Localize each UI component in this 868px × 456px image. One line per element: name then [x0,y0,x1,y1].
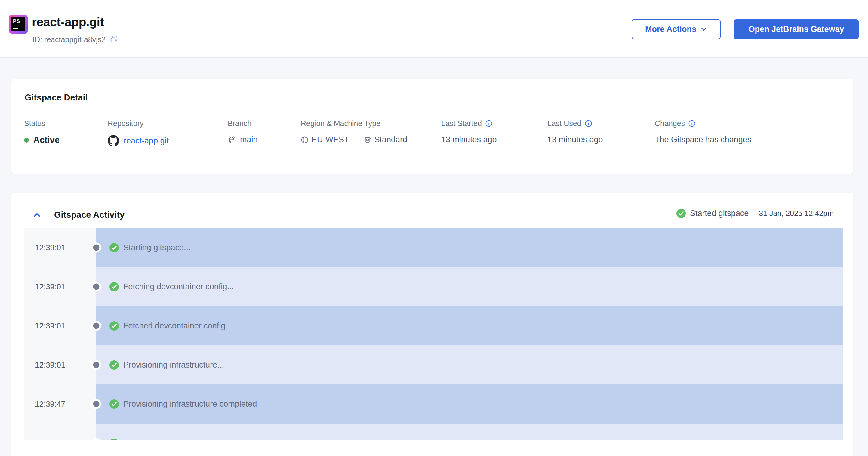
last-started-label: Last Started [441,119,482,128]
activity-log-scroll-area[interactable]: 12:39:01 Starting gitspace... 12:39:01 F… [24,228,843,440]
github-icon [108,135,119,147]
gitspace-id-text: ID: reactappgit-a8vjs2 [32,35,105,44]
chevron-up-icon [32,211,41,220]
changes-column: Changes The Gitspace has changes [655,119,751,144]
changes-label: Changes [655,119,685,128]
log-row: 12:39:01 Fetching devcontainer config... [24,267,843,306]
machine-type-value: Standard [374,135,407,144]
gitspace-detail-title: Gitspace Detail [25,93,88,102]
success-check-icon [110,360,119,370]
repository-label: Repository [108,119,169,128]
copy-id-button[interactable] [110,35,118,44]
log-row: 12:39:48 Connecting to the gitspace agen… [24,424,843,440]
success-check-icon [110,399,119,409]
globe-icon [301,136,309,144]
phpstorm-logo-bar [13,28,18,29]
region-value: EU-WEST [312,135,349,144]
chevron-down-icon [701,26,707,32]
log-row: 12:39:01 Starting gitspace... [24,228,843,267]
log-message: Starting gitspace... [123,243,191,252]
status-value: Active [33,135,60,145]
timeline-dot-icon [91,321,101,331]
machine-chip-icon [364,136,371,144]
activity-status-group: Started gitspace 31 Jan, 2025 12:42pm [676,209,834,218]
phpstorm-logo-text: PS [13,18,20,24]
timeline-dot-icon [91,399,101,409]
log-row: 12:39:01 Fetched devcontainer config [24,306,843,345]
open-jetbrains-gateway-label: Open JetBrains Gateway [748,25,844,34]
status-column: Status Active [24,119,60,145]
last-started-column: Last Started 13 minutes ago [441,119,497,144]
success-check-icon [110,282,119,292]
success-check-icon [676,209,686,218]
more-actions-label: More Actions [645,25,696,34]
collapse-activity-button[interactable] [32,211,41,220]
last-used-value: 13 minutes ago [548,135,603,144]
branch-column: Branch main [228,119,258,144]
git-branch-icon [228,136,236,144]
timeline-dot-icon [91,243,101,253]
open-jetbrains-gateway-button[interactable]: Open JetBrains Gateway [734,19,859,39]
log-message: Provisioning infrastructure... [123,360,224,370]
region-machine-label: Region & Machine Type [301,119,407,128]
log-timestamp: 12:39:01 [35,321,65,331]
last-started-value: 13 minutes ago [441,135,497,144]
top-header-bar: PS react-app.git ID: reactappgit-a8vjs2 … [0,0,868,58]
status-label: Status [24,119,60,128]
timeline-dot-icon [91,360,101,370]
log-message: Connecting to the gitspace agent [123,438,242,440]
branch-link[interactable]: main [240,135,258,144]
repository-link[interactable]: react-app.git [124,136,169,146]
gitspace-activity-title: Gitspace Activity [54,210,125,220]
activity-timestamp: 31 Jan, 2025 12:42pm [759,209,834,218]
copy-icon [110,35,118,44]
success-check-icon [110,438,119,440]
last-used-label: Last Used [548,119,581,128]
log-message: Fetched devcontainer config [123,321,225,331]
gitspace-detail-page: PS react-app.git ID: reactappgit-a8vjs2 … [0,0,868,456]
repository-column: Repository react-app.git [108,119,169,147]
phpstorm-logo-icon: PS [9,15,28,34]
log-message: Fetching devcontainer config... [123,282,234,292]
page-title: react-app.git [32,15,104,29]
branch-label: Branch [228,119,258,128]
timeline-dot-icon [91,282,101,292]
more-actions-button[interactable]: More Actions [631,19,721,39]
log-timestamp: 12:39:47 [35,399,65,409]
info-icon[interactable] [585,120,592,127]
active-status-dot-icon [24,138,29,143]
log-row: 12:39:47 Provisioning infrastructure com… [24,385,843,424]
last-used-column: Last Used 13 minutes ago [548,119,603,144]
gitspace-id-row: ID: reactappgit-a8vjs2 [32,35,118,44]
success-check-icon [110,321,119,331]
log-message: Provisioning infrastructure completed [123,399,257,409]
gitspace-activity-card: Gitspace Activity Started gitspace 31 Ja… [11,192,853,456]
info-icon[interactable] [486,120,492,127]
gitspace-detail-card: Gitspace Detail Status Active Repository… [11,79,853,174]
log-row: 12:39:01 Provisioning infrastructure... [24,345,843,385]
info-icon[interactable] [688,120,695,127]
activity-status-text: Started gitspace [690,209,749,218]
success-check-icon [110,243,119,252]
log-timestamp: 12:39:01 [35,282,65,292]
log-timestamp: 12:39:01 [35,243,65,252]
log-timestamp: 12:39:48 [35,438,65,440]
region-machine-column: Region & Machine Type EU-WEST [301,119,407,144]
changes-value: The Gitspace has changes [655,135,751,144]
log-timestamp: 12:39:01 [35,360,65,370]
